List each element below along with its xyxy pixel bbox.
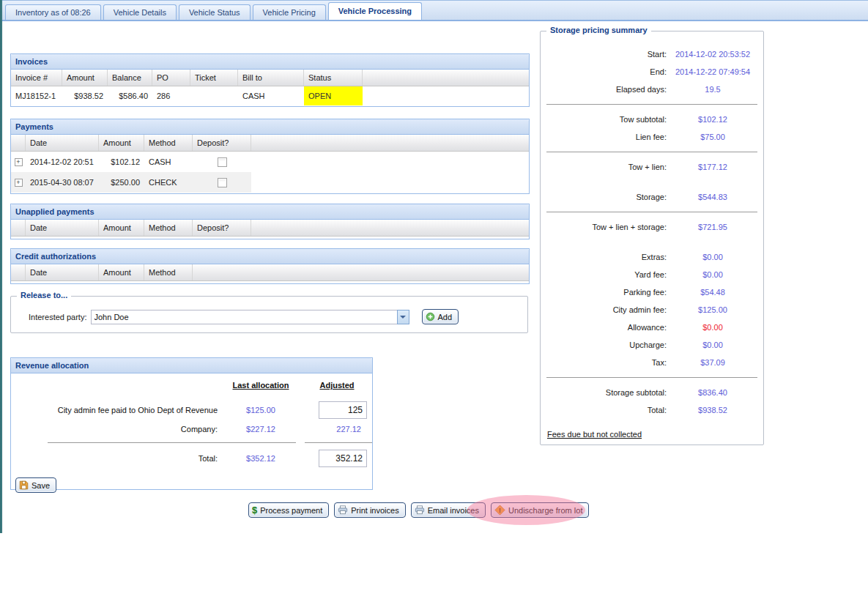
summary-row: Tow + lien + storage: $721.95: [544, 218, 760, 236]
col-method[interactable]: Method: [144, 264, 193, 280]
expand-row-icon[interactable]: [15, 179, 23, 187]
revenue-allocation-panel: Revenue allocation Last allocation Adjus…: [10, 357, 373, 490]
summary-value: 19.5: [667, 85, 759, 94]
add-button-label: Add: [438, 313, 453, 321]
deposit-checkbox[interactable]: [218, 178, 227, 187]
col-amount[interactable]: Amount: [99, 135, 144, 151]
deposit-checkbox[interactable]: [218, 157, 227, 167]
summary-divider: [546, 104, 757, 105]
col-method[interactable]: Method: [144, 135, 193, 151]
interested-party-combobox[interactable]: [91, 310, 409, 324]
payment-row[interactable]: 2014-12-02 20:51 $102.12 CASH: [11, 152, 251, 172]
summary-label: Tax:: [544, 358, 667, 367]
col-amount[interactable]: Amount: [99, 220, 144, 236]
invoice-status-badge: OPEN: [304, 86, 363, 105]
col-amount[interactable]: Amount: [99, 264, 144, 280]
col-bill-to[interactable]: Bill to: [238, 70, 304, 86]
col-deposit[interactable]: Deposit?: [193, 220, 251, 236]
summary-row: Storage subtotal: $836.40: [544, 384, 760, 401]
undischarge-from-lot-button[interactable]: ! Undischarge from lot: [491, 502, 590, 518]
chevron-down-icon[interactable]: [397, 310, 409, 324]
summary-row: Lien fee: $75.00: [544, 128, 760, 146]
total-last-value: $352.12: [218, 454, 304, 463]
expand-row-icon[interactable]: [15, 158, 23, 166]
summary-value: $37.09: [667, 358, 759, 367]
summary-row: Tow subtotal: $102.12: [544, 111, 760, 128]
last-allocation-header: Last allocation: [218, 381, 304, 390]
col-date[interactable]: Date: [26, 135, 99, 151]
dollar-icon: $: [252, 505, 257, 515]
invoices-panel-title: Invoices: [11, 54, 529, 70]
summary-label: Start:: [544, 50, 667, 59]
revenue-allocation-title: Revenue allocation: [11, 358, 372, 373]
col-deposit[interactable]: Deposit?: [193, 135, 251, 151]
col-date[interactable]: Date: [26, 220, 99, 236]
col-filler: [193, 264, 529, 280]
invoice-bill-to: CASH: [238, 86, 304, 105]
tab-vehicle-details[interactable]: Vehicle Details: [103, 4, 177, 20]
invoice-amount: $938.52: [62, 86, 108, 105]
summary-row: Parking fee: $54.48: [544, 283, 760, 301]
payment-amount: $102.12: [99, 152, 144, 172]
unapplied-payments-panel: Unapplied payments Date Amount Method De…: [10, 204, 530, 239]
summary-row: End: 2014-12-22 07:49:54: [544, 63, 760, 81]
col-invoice-number[interactable]: Invoice #: [11, 70, 62, 86]
summary-divider: [546, 212, 757, 212]
payments-panel: Payments Date Amount Method Deposit? 201…: [10, 119, 530, 194]
summary-label: Tow + lien:: [544, 163, 667, 171]
invoice-row[interactable]: MJ18152-1 $938.52 $586.40 286 CASH OPEN: [11, 86, 529, 105]
invoice-balance: $586.40: [108, 86, 152, 105]
summary-row: Storage: $544.83: [544, 188, 760, 206]
summary-label: Upcharge:: [544, 341, 667, 349]
col-date[interactable]: Date: [26, 264, 99, 280]
undischarge-label: Undischarge from lot: [508, 506, 583, 515]
payment-date: 2014-12-02 20:51: [26, 152, 99, 172]
add-party-button[interactable]: Add: [422, 309, 459, 324]
col-filler: [251, 220, 529, 236]
col-status[interactable]: Status: [304, 70, 363, 86]
summary-label: Total:: [544, 406, 667, 414]
total-row-label: Total:: [18, 454, 218, 463]
invoice-number: MJ18152-1: [11, 86, 62, 105]
summary-value: $75.00: [667, 133, 759, 141]
save-button[interactable]: Save: [15, 477, 56, 493]
summary-label: City admin fee:: [544, 305, 667, 314]
payment-amount: $250.00: [99, 172, 144, 193]
col-balance[interactable]: Balance: [108, 70, 152, 86]
payment-date: 2015-04-30 08:07: [26, 172, 99, 193]
col-ticket[interactable]: Ticket: [190, 70, 238, 86]
summary-value: $836.40: [667, 388, 759, 397]
col-amount[interactable]: Amount: [62, 70, 108, 86]
fees-due-link[interactable]: Fees due but not collected: [547, 430, 642, 439]
payment-row[interactable]: 2015-04-30 08:07 $250.00 CHECK: [11, 172, 251, 193]
summary-value: $0.00: [667, 341, 759, 349]
summary-value: $0.00: [667, 323, 759, 332]
tab-inventory[interactable]: Inventory as of 08:26: [5, 4, 101, 20]
company-last-value: $227.12: [218, 425, 304, 434]
summary-label: Tow subtotal:: [544, 115, 667, 124]
tab-vehicle-status[interactable]: Vehicle Status: [179, 4, 251, 20]
adjusted-amount-input[interactable]: [319, 401, 367, 419]
tab-bar: Inventory as of 08:26 Vehicle Details Ve…: [0, 0, 868, 21]
payments-column-headers: Date Amount Method Deposit?: [11, 135, 529, 152]
summary-value: $0.00: [667, 270, 759, 279]
tab-vehicle-processing[interactable]: Vehicle Processing: [328, 2, 422, 20]
summary-divider: [546, 152, 757, 152]
tab-vehicle-pricing[interactable]: Vehicle Pricing: [253, 4, 326, 20]
warning-icon: !: [494, 505, 505, 516]
print-invoices-button[interactable]: Print invoices: [334, 502, 405, 518]
col-expander: [11, 220, 26, 236]
interested-party-input[interactable]: [91, 310, 397, 324]
summary-row: Upcharge: $0.00: [544, 336, 760, 354]
email-invoices-button[interactable]: Email invoices: [411, 502, 486, 518]
unapplied-column-headers: Date Amount Method Deposit?: [11, 220, 529, 237]
invoice-po: 286: [152, 86, 190, 105]
col-po[interactable]: PO: [152, 70, 190, 86]
total-adjusted-input[interactable]: [319, 450, 367, 467]
printer-icon: [338, 505, 348, 515]
summary-label: Allowance:: [544, 323, 667, 332]
invoices-column-headers: Invoice # Amount Balance PO Ticket Bill …: [11, 70, 529, 86]
process-payment-button[interactable]: $ Process payment: [248, 502, 329, 518]
process-payment-label: Process payment: [260, 506, 322, 515]
col-method[interactable]: Method: [144, 220, 193, 236]
